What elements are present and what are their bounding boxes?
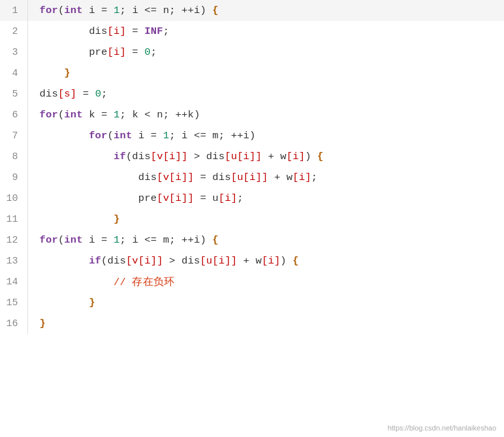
code-token: ; i <= n; ++i) (119, 5, 212, 16)
line-number: 10 (0, 188, 27, 209)
code-token: [i] (287, 151, 305, 162)
code-token: dis (40, 25, 108, 37)
line-code: } (27, 63, 504, 83)
code-token: if (114, 151, 126, 162)
line-number: 14 (0, 271, 27, 292)
code-token: > dis (163, 255, 200, 267)
code-token: } (114, 213, 119, 225)
code-token: ( (58, 5, 64, 16)
code-token (40, 255, 89, 267)
line-code: } (27, 209, 504, 230)
code-token: int (64, 234, 82, 246)
code-token: // 存在负环 (114, 277, 174, 288)
line-number: 15 (0, 292, 27, 313)
code-token: } (40, 318, 46, 329)
line-code: for(int i = 1; i <= m; ++i) (27, 125, 504, 146)
code-token: [i] (108, 46, 126, 58)
code-token: ) (305, 151, 311, 162)
code-table: 1for(int i = 1; i <= n; ++i) {2 dis[i] =… (0, 0, 504, 334)
line-number: 4 (0, 63, 27, 83)
table-row: 2 dis[i] = INF; (0, 21, 504, 42)
code-token: int (64, 109, 82, 121)
code-token: [v[i]] (151, 151, 188, 162)
line-code: // 存在负环 (27, 271, 504, 292)
code-token: ; i <= m; ++i) (119, 234, 212, 246)
table-row: 4 } (0, 63, 504, 83)
code-token: + w (237, 255, 262, 267)
code-token: [u[i]] (231, 172, 268, 183)
table-row: 5dis[s] = 0; (0, 83, 504, 104)
table-row: 13 if(dis[v[i]] > dis[u[i]] + w[i]) { (0, 250, 504, 271)
line-number: 5 (0, 83, 27, 104)
code-token: pre (40, 46, 108, 58)
line-code: if(dis[v[i]] > dis[u[i]] + w[i]) { (27, 146, 504, 167)
table-row: 1for(int i = 1; i <= n; ++i) { (0, 0, 504, 21)
line-number: 1 (0, 0, 27, 21)
code-token: ; (311, 172, 317, 183)
code-token: 0 (95, 88, 101, 100)
line-code: for(int i = 1; i <= m; ++i) { (27, 230, 504, 250)
code-token: [i] (292, 172, 311, 183)
watermark: https://blog.csdn.net/hanlaikeshao (388, 424, 496, 432)
code-token: ) (280, 255, 286, 267)
line-number: 3 (0, 42, 27, 63)
code-token: INF (144, 25, 163, 37)
code-token (40, 151, 114, 162)
code-token: = (126, 46, 144, 58)
code-token: ; (163, 25, 169, 37)
code-token (40, 297, 89, 309)
code-token: [u[i]] (225, 151, 262, 162)
code-token: dis (40, 172, 157, 183)
code-token (40, 277, 114, 288)
line-code: pre[i] = 0; (27, 42, 504, 63)
line-code: dis[v[i]] = dis[u[i]] + w[i]; (27, 167, 504, 188)
table-row: 3 pre[i] = 0; (0, 42, 504, 63)
code-token (40, 130, 89, 142)
table-row: 10 pre[v[i]] = u[i]; (0, 188, 504, 209)
code-token: [s] (58, 88, 76, 100)
line-number: 2 (0, 21, 27, 42)
code-token: ; (237, 192, 243, 204)
code-token: > dis (187, 151, 225, 162)
line-code: dis[i] = INF; (27, 21, 504, 42)
line-number: 13 (0, 250, 27, 271)
line-code: for(int k = 1; k < n; ++k) (27, 104, 504, 125)
table-row: 8 if(dis[v[i]] > dis[u[i]] + w[i]) { (0, 146, 504, 167)
code-token: 1 (163, 130, 169, 142)
code-token: for (40, 109, 58, 121)
code-token: for (40, 234, 58, 246)
line-code: } (27, 313, 504, 334)
line-number: 11 (0, 209, 27, 230)
table-row: 9 dis[v[i]] = dis[u[i]] + w[i]; (0, 167, 504, 188)
code-token: [v[i]] (157, 172, 194, 183)
code-token: } (89, 297, 95, 309)
line-number: 6 (0, 104, 27, 125)
code-token: pre (40, 192, 157, 204)
line-number: 12 (0, 230, 27, 250)
code-token: ; (101, 88, 107, 100)
code-token: = (76, 88, 95, 100)
code-token: } (64, 67, 70, 79)
table-row: 14 // 存在负环 (0, 271, 504, 292)
code-token: [u[i]] (200, 255, 237, 267)
table-row: 6for(int k = 1; k < n; ++k) (0, 104, 504, 125)
code-token: [v[i]] (157, 192, 194, 204)
line-code: dis[s] = 0; (27, 83, 504, 104)
line-code: pre[v[i]] = u[i]; (27, 188, 504, 209)
code-token: + w (262, 151, 287, 162)
line-code: for(int i = 1; i <= n; ++i) { (27, 0, 504, 21)
line-number: 16 (0, 313, 27, 334)
code-token: { (212, 234, 218, 246)
code-token: int (114, 130, 132, 142)
code-token: = dis (194, 172, 231, 183)
code-token: (dis (126, 151, 151, 162)
code-token: ( (108, 130, 114, 142)
code-token: = (126, 25, 144, 37)
code-token: 0 (144, 46, 150, 58)
code-token: [i] (108, 25, 126, 37)
code-token: ( (58, 109, 64, 121)
table-row: 11 } (0, 209, 504, 230)
code-token: ; k < n; ++k) (119, 109, 200, 121)
table-row: 7 for(int i = 1; i <= m; ++i) (0, 125, 504, 146)
code-token: dis (40, 88, 58, 100)
